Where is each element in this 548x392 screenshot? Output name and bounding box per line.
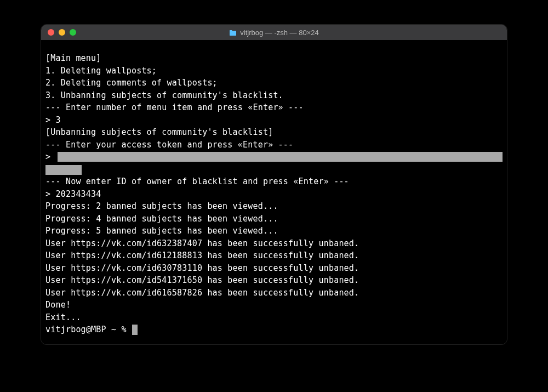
cursor	[132, 325, 138, 335]
terminal-body[interactable]: [Main menu] 1. Deleting wallposts; 2. De…	[41, 40, 507, 344]
terminal-line: Exit...	[45, 311, 503, 324]
terminal-line: --- Now enter ID of owner of blacklist a…	[45, 175, 503, 188]
terminal-line: User https://vk.com/id612188813 has been…	[45, 249, 503, 262]
terminal-window: vitjrbog — -zsh — 80×24 [Main menu] 1. D…	[41, 25, 507, 344]
close-button[interactable]	[48, 29, 54, 36]
terminal-line: [Unbanning subjects of community's black…	[45, 126, 503, 139]
traffic-lights	[48, 29, 76, 36]
terminal-line-redacted: >	[45, 151, 503, 163]
maximize-button[interactable]	[70, 29, 76, 36]
prompt-text: vitjrbog@MBP ~ %	[45, 323, 132, 336]
terminal-line: [Main menu]	[45, 52, 503, 65]
terminal-line: Progress: 2 banned subjects has been vie…	[45, 200, 503, 213]
terminal-line: --- Enter number of menu item and press …	[45, 101, 503, 114]
terminal-line: Progress: 5 banned subjects has been vie…	[45, 225, 503, 237]
title-content: vitjrbog — -zsh — 80×24	[41, 29, 507, 37]
terminal-prompt[interactable]: vitjrbog@MBP ~ %	[45, 323, 503, 336]
terminal-line: User https://vk.com/id541371650 has been…	[45, 274, 503, 287]
terminal-line: Done!	[45, 299, 503, 311]
terminal-line: User https://vk.com/id630783110 has been…	[45, 262, 503, 275]
terminal-line: > 202343434	[45, 188, 503, 201]
terminal-line: User https://vk.com/id616587826 has been…	[45, 287, 503, 299]
minimize-button[interactable]	[59, 29, 65, 36]
terminal-line: 3. Unbanning subjects of community's bla…	[45, 89, 503, 102]
terminal-line: --- Enter your access token and press «E…	[45, 139, 503, 151]
folder-icon	[229, 30, 237, 36]
terminal-line: User https://vk.com/id632387407 has been…	[45, 237, 503, 250]
terminal-line: Progress: 4 banned subjects has been vie…	[45, 213, 503, 225]
terminal-line-redacted-cont	[45, 163, 503, 176]
prompt-char: >	[45, 151, 55, 163]
titlebar: vitjrbog — -zsh — 80×24	[41, 25, 507, 40]
window-title: vitjrbog — -zsh — 80×24	[240, 29, 318, 37]
terminal-line: 1. Deleting wallposts;	[45, 65, 503, 77]
terminal-line: 2. Deleting comments of wallposts;	[45, 77, 503, 89]
redacted-token	[58, 152, 503, 162]
redacted-token	[45, 165, 82, 175]
terminal-line: > 3	[45, 114, 503, 127]
